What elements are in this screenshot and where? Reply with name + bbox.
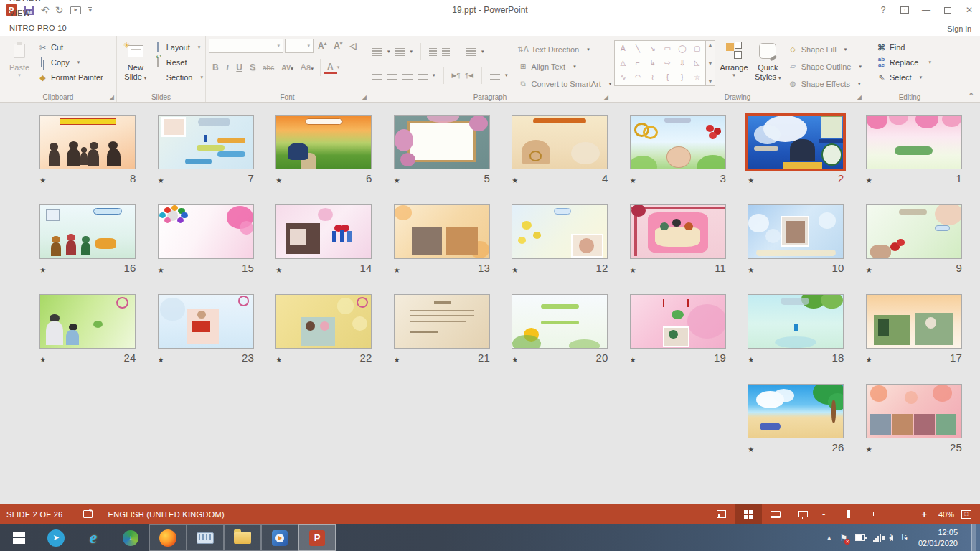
convert-to-smartart-button[interactable]: ⧉Convert to SmartArt ▾ [518, 76, 612, 91]
slide-thumbnail-19[interactable] [630, 294, 726, 349]
proofing-icon[interactable] [83, 510, 93, 518]
slide-thumbnail-15[interactable] [158, 204, 254, 259]
shape-icon[interactable]: ⇩ [679, 60, 685, 67]
animation-star-icon[interactable]: ★ [630, 176, 636, 184]
slide-thumbnail-12[interactable] [512, 204, 608, 259]
animation-star-icon[interactable]: ★ [394, 356, 400, 364]
clear-formatting-button[interactable]: ◁ [347, 41, 359, 51]
numbering-button[interactable] [395, 48, 405, 56]
cut-button[interactable]: ✂Cut [37, 41, 103, 54]
section-button[interactable]: Section ▾ [153, 71, 203, 84]
shapes-gallery-scrollbar[interactable]: ▲▼▼ [706, 40, 715, 86]
slide-thumbnail-7[interactable] [158, 115, 254, 169]
shape-icon[interactable]: A [621, 45, 626, 52]
font-name-combo[interactable]: ▾ [209, 39, 283, 53]
shape-icon[interactable]: ∿ [620, 74, 626, 81]
language-status[interactable]: ENGLISH (UNITED KINGDOM) [108, 510, 225, 519]
layout-button[interactable]: Layout ▾ [153, 41, 203, 54]
animation-star-icon[interactable]: ★ [275, 176, 282, 184]
shapes-gallery[interactable]: A╲↘▭◯▢△⌐↳⇨⇩◺∿◠≀{}☆ [614, 40, 706, 86]
animation-star-icon[interactable]: ★ [512, 266, 518, 274]
character-spacing-button[interactable]: AV▾ [278, 64, 297, 72]
shape-outline-button[interactable]: ▱Shape Outline ▾ [788, 59, 862, 74]
bold-button[interactable]: B [209, 62, 222, 72]
shape-icon[interactable]: } [681, 74, 683, 81]
animation-star-icon[interactable]: ★ [748, 176, 754, 184]
reset-button[interactable]: Reset [153, 56, 203, 69]
quick-styles-button[interactable]: Quick Styles ▾ [753, 39, 783, 91]
animation-star-icon[interactable]: ★ [275, 356, 282, 364]
slide-thumbnail-21[interactable] [394, 294, 490, 349]
change-case-button[interactable]: Aa▾ [297, 62, 317, 72]
shape-icon[interactable]: ⇨ [664, 60, 670, 67]
fit-slide-to-window-button[interactable]: ⛶ [961, 510, 971, 519]
zoom-in-button[interactable]: + [915, 509, 933, 519]
clipboard-dialog-launcher[interactable]: ◢ [110, 94, 114, 100]
tab-review[interactable]: REVIEW [0, 0, 76, 6]
animation-star-icon[interactable]: ★ [39, 266, 46, 274]
format-painter-button[interactable]: ◆Format Painter [37, 71, 103, 84]
text-direction-button[interactable]: ⇅AText Direction ▾ [518, 42, 612, 57]
animation-star-icon[interactable]: ★ [748, 446, 754, 453]
columns-button[interactable] [490, 72, 500, 80]
help-button[interactable]: ? [872, 1, 894, 19]
animation-star-icon[interactable]: ★ [39, 176, 46, 184]
shape-icon[interactable]: △ [620, 60, 626, 67]
increase-indent-button[interactable] [442, 48, 450, 56]
slide-thumbnail-13[interactable] [394, 204, 490, 259]
battery-icon[interactable] [855, 534, 865, 541]
paste-button[interactable]: Paste▾ [3, 39, 36, 91]
slide-counter[interactable]: SLIDE 2 OF 26 [0, 510, 63, 519]
slide-thumbnail-6[interactable] [275, 115, 372, 169]
align-right-button[interactable] [402, 72, 413, 80]
slide-thumbnail-22[interactable] [275, 294, 372, 349]
slide-thumbnail-8[interactable] [39, 115, 136, 169]
animation-star-icon[interactable]: ★ [866, 446, 872, 453]
font-dialog-launcher[interactable]: ◢ [362, 94, 367, 100]
justify-button[interactable] [418, 72, 428, 80]
shape-icon[interactable]: ⌐ [636, 60, 640, 67]
slide-sorter-view-button[interactable] [735, 504, 762, 524]
media-player-icon[interactable] [261, 524, 298, 551]
telegram-icon[interactable]: ➤ [37, 524, 75, 551]
animation-star-icon[interactable]: ★ [630, 356, 636, 364]
left-to-right-button[interactable]: ▶¶ [452, 72, 461, 79]
slide-thumbnail-18[interactable] [748, 294, 844, 349]
slide-thumbnail-11[interactable] [630, 204, 726, 259]
show-desktop-button[interactable] [971, 524, 976, 551]
shape-icon[interactable]: ☆ [694, 74, 700, 81]
slide-thumbnail-4[interactable] [512, 115, 608, 169]
font-color-button[interactable]: A [324, 62, 337, 74]
minimize-button[interactable]: — [915, 1, 937, 19]
font-size-combo[interactable]: ▾ [285, 39, 314, 53]
grow-font-button[interactable]: A▴ [315, 41, 329, 51]
file-explorer-icon[interactable] [224, 524, 261, 551]
animation-star-icon[interactable]: ★ [158, 176, 164, 184]
shape-icon[interactable]: ▭ [664, 45, 671, 52]
slide-thumbnail-1[interactable] [866, 115, 962, 169]
start-button[interactable] [0, 524, 37, 551]
underline-button[interactable]: U [232, 62, 246, 72]
new-slide-button[interactable]: New Slide ▾ [120, 39, 151, 91]
shape-icon[interactable]: ↘ [649, 45, 655, 52]
close-button[interactable]: ✕ [958, 1, 980, 19]
reading-view-button[interactable] [762, 504, 789, 524]
tab-nitro-pro-10[interactable]: NITRO PRO 10 [0, 21, 76, 36]
animation-star-icon[interactable]: ★ [394, 176, 400, 184]
text-shadow-button[interactable]: S [246, 62, 259, 72]
animation-star-icon[interactable]: ★ [630, 266, 636, 274]
shape-icon[interactable]: ╲ [636, 45, 640, 52]
shape-icon[interactable]: ◠ [635, 74, 641, 81]
collapse-ribbon-button[interactable]: ⌃ [969, 93, 974, 98]
shape-icon[interactable]: ▢ [694, 45, 700, 52]
slide-thumbnail-16[interactable] [39, 204, 136, 259]
slide-thumbnail-23[interactable] [158, 294, 254, 349]
shape-effects-button[interactable]: ◍Shape Effects ▾ [788, 76, 862, 91]
animation-star-icon[interactable]: ★ [512, 356, 518, 364]
shape-icon[interactable]: ≀ [651, 74, 654, 81]
animation-star-icon[interactable]: ★ [158, 266, 164, 274]
shape-fill-button[interactable]: ◇Shape Fill ▾ [788, 42, 862, 57]
italic-button[interactable]: I [222, 62, 233, 73]
clock[interactable]: 12:05 02/01/2020 [915, 527, 958, 548]
volume-icon[interactable] [889, 535, 893, 541]
